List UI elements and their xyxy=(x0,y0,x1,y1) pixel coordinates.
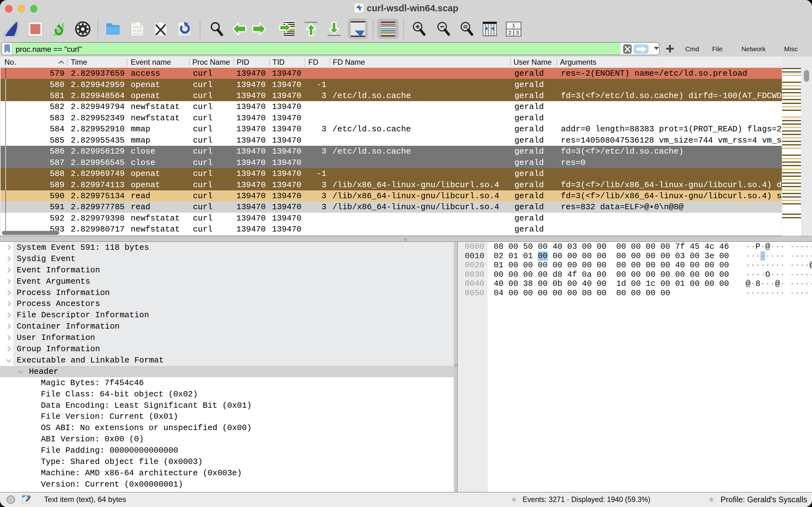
svg-text:01101: 01101 xyxy=(133,29,142,33)
svg-text:2: 2 xyxy=(508,30,511,36)
svg-text:01010: 01010 xyxy=(133,26,142,29)
svg-text:01110: 01110 xyxy=(133,33,142,36)
svg-text:3: 3 xyxy=(516,30,519,36)
svg-text:010: 010 xyxy=(23,498,27,500)
svg-text:1: 1 xyxy=(512,22,515,29)
